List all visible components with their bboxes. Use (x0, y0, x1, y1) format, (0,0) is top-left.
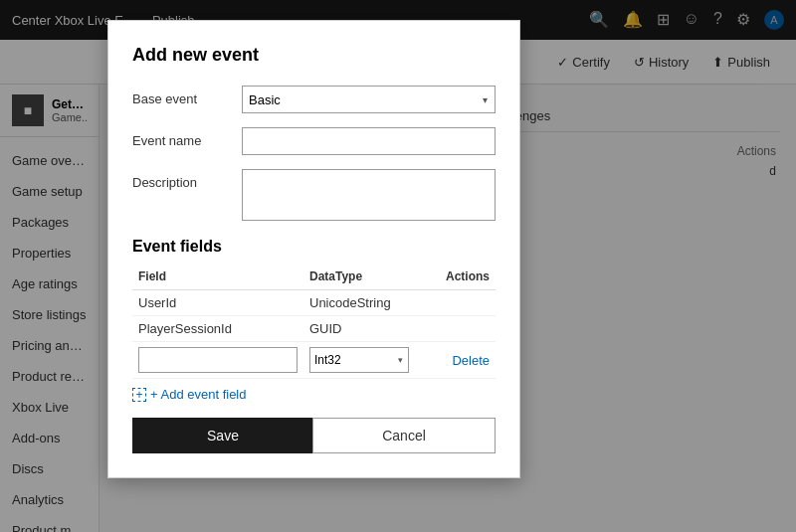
modal-footer: Save Cancel (132, 418, 496, 453)
event-fields-table: Field DataType Actions UserId UnicodeStr… (132, 266, 496, 379)
add-event-field-link[interactable]: + + Add event field (132, 387, 496, 402)
base-event-label: Base event (132, 86, 242, 106)
new-field-name-input[interactable] (138, 347, 298, 373)
save-button[interactable]: Save (132, 418, 313, 453)
event-name-row: Event name (132, 127, 496, 155)
description-row: Description (132, 169, 496, 224)
editable-actions-cell: Delete (423, 342, 496, 379)
table-row-playersession: PlayerSessionId GUID (132, 316, 496, 342)
base-event-row: Base event Basic Advanced Custom ▾ (132, 86, 496, 113)
field-playersession: PlayerSessionId (132, 316, 303, 342)
add-field-plus-icon: + (132, 388, 146, 402)
base-event-select-wrapper: Basic Advanced Custom ▾ (242, 86, 496, 113)
col-header-field: Field (132, 266, 303, 290)
base-event-control: Basic Advanced Custom ▾ (242, 86, 496, 113)
add-event-modal: Add new event Base event Basic Advanced … (107, 85, 520, 478)
table-row-editable: Int32 String GUID UnicodeString Bool Flo… (132, 342, 496, 379)
dtype-userid: UnicodeString (303, 290, 423, 316)
col-header-actions: Actions (423, 266, 496, 290)
add-field-label: + Add event field (150, 387, 247, 402)
actions-userid (423, 290, 496, 316)
delete-field-link[interactable]: Delete (452, 353, 490, 368)
base-event-select[interactable]: Basic Advanced Custom (242, 86, 496, 113)
actions-playersession (423, 316, 496, 342)
event-fields-title: Event fields (132, 238, 496, 256)
event-name-label: Event name (132, 127, 242, 148)
col-header-datatype: DataType (303, 266, 423, 290)
description-control (242, 169, 496, 224)
editable-field-cell (132, 342, 303, 379)
event-name-control (242, 127, 496, 155)
new-field-datatype-select[interactable]: Int32 String GUID UnicodeString Bool Flo… (309, 347, 409, 373)
description-input[interactable] (242, 169, 496, 221)
dtype-select-wrapper: Int32 String GUID UnicodeString Bool Flo… (309, 347, 409, 373)
table-row-userid: UserId UnicodeString (132, 290, 496, 316)
dtype-playersession: GUID (303, 316, 423, 342)
body-area: ■ GetS... Game... Game overvi... Game se… (0, 85, 796, 532)
event-name-input[interactable] (242, 127, 496, 155)
description-label: Description (132, 169, 242, 190)
field-userid: UserId (132, 290, 303, 316)
cancel-button[interactable]: Cancel (312, 418, 496, 453)
editable-dtype-cell: Int32 String GUID UnicodeString Bool Flo… (303, 342, 423, 379)
